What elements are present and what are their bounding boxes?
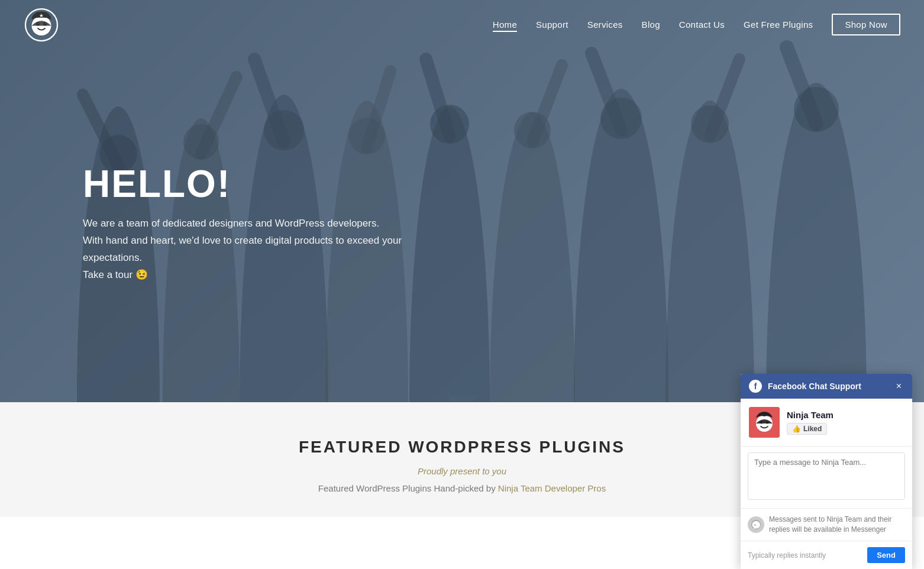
- nav-item-home[interactable]: Home: [493, 20, 517, 30]
- featured-desc-prefix: Featured WordPress Plugins Hand-picked b…: [318, 483, 498, 493]
- fb-chat-close-button[interactable]: ×: [894, 380, 904, 392]
- nav-link-contact[interactable]: Contact Us: [679, 20, 725, 30]
- nav-item-support[interactable]: Support: [536, 20, 568, 30]
- nav-link-blog[interactable]: Blog: [642, 20, 660, 30]
- hero-tour-link[interactable]: Take a tour 😉: [83, 269, 148, 280]
- site-logo[interactable]: [24, 7, 59, 43]
- nav-item-blog[interactable]: Blog: [642, 20, 660, 30]
- fb-message-input[interactable]: [748, 452, 905, 500]
- fb-chat-title: Facebook Chat Support: [768, 382, 861, 391]
- nav-item-shop[interactable]: Shop Now: [832, 20, 900, 30]
- fb-chat-header-left: f Facebook Chat Support: [749, 380, 861, 393]
- nav-link-home[interactable]: Home: [493, 20, 517, 32]
- fb-page-row: Ninja Team 👍 Liked: [741, 399, 912, 447]
- fb-thumbs-up-icon: 👍: [792, 425, 801, 433]
- nav-link-free-plugins[interactable]: Get Free Plugins: [744, 20, 813, 30]
- scroll-down-arrow: [445, 395, 479, 402]
- nav-item-contact[interactable]: Contact Us: [679, 20, 725, 30]
- shop-now-button[interactable]: Shop Now: [832, 14, 900, 35]
- fb-page-avatar: [749, 407, 780, 438]
- hero-content: HELLO! We are a team of dedicated design…: [83, 163, 438, 284]
- fb-chat-body: Ninja Team 👍 Liked Messages sent to Ninj…: [741, 399, 912, 517]
- nav-item-free-plugins[interactable]: Get Free Plugins: [744, 20, 813, 30]
- nav-link-support[interactable]: Support: [536, 20, 568, 30]
- fb-page-info: Ninja Team 👍 Liked: [787, 410, 833, 435]
- hero-emoji: 😉: [135, 269, 148, 280]
- nav-item-services[interactable]: Services: [587, 20, 623, 30]
- hero-title: HELLO!: [83, 163, 438, 205]
- fb-messenger-note-text: Messages sent to Ninja Team and their re…: [769, 515, 905, 517]
- fb-liked-badge: 👍 Liked: [787, 423, 827, 435]
- hero-line3-text: Take a tour: [83, 269, 133, 280]
- fb-messenger-icon: [748, 516, 764, 517]
- fb-messenger-note: Messages sent to Ninja Team and their re…: [741, 509, 912, 517]
- nav-link-services[interactable]: Services: [587, 20, 623, 30]
- nav-menu: Home Support Services Blog Contact Us Ge…: [493, 20, 900, 30]
- hero-subtitle: We are a team of dedicated designers and…: [83, 215, 438, 284]
- logo-icon: [24, 7, 59, 43]
- navbar: Home Support Services Blog Contact Us Ge…: [0, 0, 924, 50]
- hero-line2: With hand and heart, we'd love to create…: [83, 235, 402, 263]
- fb-message-area[interactable]: [741, 447, 912, 509]
- hero-line1: We are a team of dedicated designers and…: [83, 218, 379, 229]
- fb-chat-header: f Facebook Chat Support ×: [741, 374, 912, 399]
- facebook-chat-widget: f Facebook Chat Support × Ninja Team: [741, 374, 912, 517]
- featured-desc-link[interactable]: Ninja Team Developer Pros: [498, 483, 606, 493]
- fb-liked-label: Liked: [803, 425, 822, 433]
- hero-section: HELLO! We are a team of dedicated design…: [0, 0, 924, 402]
- fb-page-name: Ninja Team: [787, 410, 833, 420]
- facebook-logo-icon: f: [749, 380, 762, 393]
